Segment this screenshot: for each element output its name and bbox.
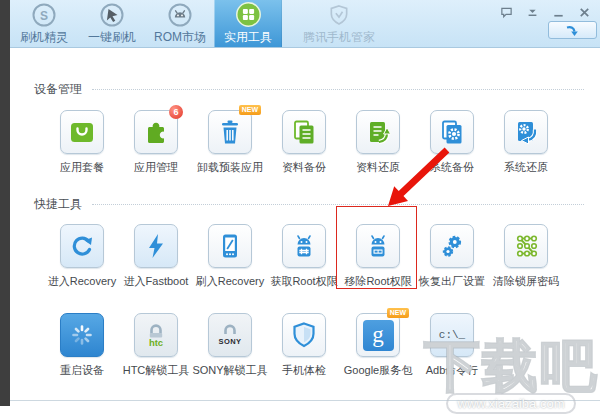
phone-checkup-button[interactable] <box>282 313 326 357</box>
green-documents-icon <box>289 117 319 147</box>
curved-blue-arrow-icon <box>563 23 583 37</box>
tab-label: 实用工具 <box>224 29 272 46</box>
pattern-lock-icon <box>511 231 541 261</box>
tab-label: 腾讯手机管家 <box>303 29 375 46</box>
tool-get-root[interactable]: 获取Root权限 <box>267 224 341 289</box>
google-services-button[interactable]: g NEW <box>356 313 400 357</box>
main-menu-icon[interactable] <box>524 5 540 19</box>
android-robot-icon <box>167 1 193 28</box>
phone-flash-icon <box>215 231 245 261</box>
tool-uninstall-preinstalled[interactable]: NEW 卸载预装应用 <box>193 110 267 175</box>
desktop-edge-strip <box>0 0 10 406</box>
clear-lockscreen-button[interactable] <box>504 224 548 268</box>
app-manager-button[interactable]: 6 <box>134 110 178 154</box>
system-restore-button[interactable] <box>504 110 548 154</box>
quick-tools-row-1: 进入Recovery 进入Fastboot 刷入Recovery <box>10 224 600 289</box>
watermark: 下载吧 www.xiazaiba.com <box>424 338 598 414</box>
one-key-flash-cursor-icon <box>99 1 125 28</box>
tool-enter-recovery[interactable]: 进入Recovery <box>45 224 119 289</box>
tool-system-restore[interactable]: 系统还原 <box>489 110 563 175</box>
tab-utilities[interactable]: 实用工具 <box>214 0 282 47</box>
green-grid-toolbox-icon <box>235 1 262 28</box>
tool-app-manager[interactable]: 6 应用管理 <box>119 110 193 175</box>
uninstall-preinstalled-button[interactable]: NEW <box>208 110 252 154</box>
tool-clear-lockscreen[interactable]: 清除锁屏密码 <box>489 224 563 289</box>
blue-shield-icon <box>289 320 319 350</box>
gears-icon <box>437 231 467 261</box>
google-g-icon: g <box>363 320 394 351</box>
sony-padlock-icon: SONY <box>215 320 245 350</box>
tab-shuame-home[interactable]: S 刷机精灵 <box>10 0 78 47</box>
green-shopping-bag-icon <box>67 117 97 147</box>
circular-arrow-icon <box>67 231 97 261</box>
tab-rom-market[interactable]: ROM市场 <box>146 0 214 47</box>
svg-text:htc: htc <box>149 337 163 348</box>
tab-label: 一键刷机 <box>88 29 136 46</box>
close-icon[interactable] <box>576 5 592 19</box>
spinner-icon <box>67 320 97 350</box>
watermark-url: www.xiazaiba.com <box>446 393 577 414</box>
tab-bar: S 刷机精灵 一键刷机 RO <box>10 0 600 48</box>
device-management-row: 应用套餐 6 应用管理 NEW 卸载预装应用 <box>10 110 600 175</box>
tab-one-key-flash[interactable]: 一键刷机 <box>78 0 146 47</box>
app-package-button[interactable] <box>60 110 104 154</box>
tool-data-backup[interactable]: 资料备份 <box>267 110 341 175</box>
data-backup-button[interactable] <box>282 110 326 154</box>
new-badge: NEW <box>239 105 261 115</box>
svg-text:S: S <box>40 8 48 22</box>
android-head-hash-icon <box>289 231 319 261</box>
section-device-management: 设备管理 <box>34 81 584 98</box>
count-badge: 6 <box>169 105 183 119</box>
tab-tencent-manager[interactable]: 腾讯手机管家 <box>292 0 386 47</box>
tool-htc-unlock[interactable]: htc HTC解锁工具 <box>119 313 193 378</box>
watermark-title: 下载吧 <box>424 338 598 394</box>
tool-enter-fastboot[interactable]: 进入Fastboot <box>119 224 193 289</box>
new-badge: NEW <box>387 308 409 318</box>
enter-fastboot-button[interactable] <box>134 224 178 268</box>
sony-unlock-button[interactable]: SONY <box>208 313 252 357</box>
enter-recovery-button[interactable] <box>60 224 104 268</box>
reboot-device-button[interactable] <box>60 313 104 357</box>
section-title: 快捷工具 <box>34 196 82 213</box>
section-rule <box>92 89 584 90</box>
window-controls <box>498 5 592 19</box>
feedback-icon[interactable] <box>498 5 514 19</box>
tool-reboot-device[interactable]: 重启设备 <box>45 313 119 378</box>
lightning-bolt-icon <box>141 231 171 261</box>
tool-phone-checkup[interactable]: 手机体检 <box>267 313 341 378</box>
annotation-arrow-icon <box>375 142 455 216</box>
shuame-logo-icon: S <box>31 1 57 28</box>
factory-reset-button[interactable] <box>430 224 474 268</box>
section-rule <box>92 204 584 205</box>
green-puzzle-icon <box>141 117 171 147</box>
tool-factory-reset[interactable]: 恢复出厂设置 <box>415 224 489 289</box>
blue-gear-restore-icon <box>511 117 541 147</box>
get-root-button[interactable] <box>282 224 326 268</box>
blue-trash-icon <box>215 117 245 147</box>
section-title: 设备管理 <box>34 81 82 98</box>
tab-label: ROM市场 <box>154 29 206 46</box>
minimize-icon[interactable] <box>550 5 566 19</box>
gray-shield-icon <box>327 1 351 28</box>
svg-text:SONY: SONY <box>219 337 242 346</box>
tab-label: 刷机精灵 <box>20 29 68 46</box>
tool-google-services[interactable]: g NEW Google服务包 <box>341 313 415 378</box>
highlight-box <box>336 206 417 289</box>
section-quick-tools: 快捷工具 <box>34 196 584 213</box>
htc-unlock-button[interactable]: htc <box>134 313 178 357</box>
tool-flash-recovery[interactable]: 刷入Recovery <box>193 224 267 289</box>
tool-sony-unlock[interactable]: SONY SONY解锁工具 <box>193 313 267 378</box>
next-step-button[interactable] <box>548 21 597 39</box>
htc-padlock-icon: htc <box>141 320 171 350</box>
tool-app-package[interactable]: 应用套餐 <box>45 110 119 175</box>
flash-recovery-button[interactable] <box>208 224 252 268</box>
